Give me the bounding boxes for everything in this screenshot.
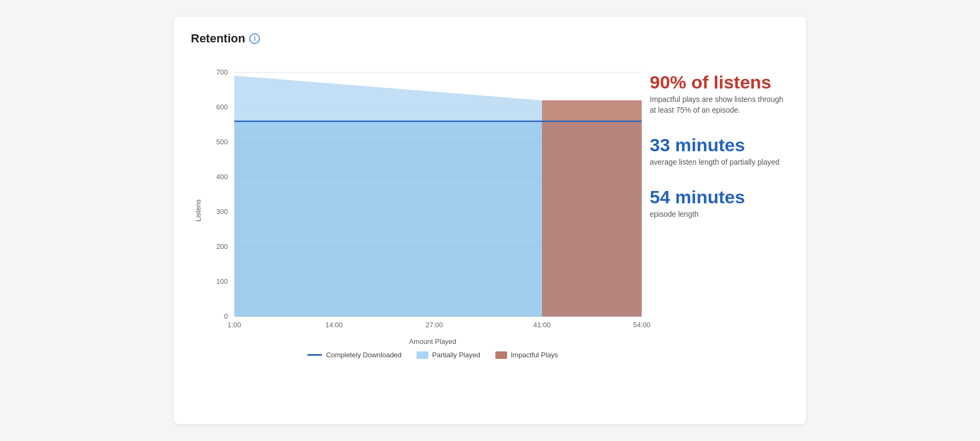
- svg-text:200: 200: [216, 242, 228, 251]
- chart-wrapper: Listens 700 600: [191, 56, 628, 359]
- svg-text:400: 400: [216, 173, 228, 181]
- episode-length-desc: episode length: [650, 209, 789, 220]
- svg-text:600: 600: [216, 103, 228, 111]
- svg-text:700: 700: [216, 68, 228, 76]
- retention-card: Retention i Listens 700: [174, 17, 806, 424]
- svg-text:41:00: 41:00: [533, 321, 551, 329]
- page-title: Retention: [191, 32, 245, 46]
- card-header: Retention i: [191, 32, 789, 46]
- x-axis-label: Amount Played: [202, 337, 663, 346]
- stat-impactful-pct: 90% of listens Impactful plays are show …: [650, 72, 789, 116]
- partially-played-area: [234, 76, 542, 121]
- chart-svg: 700 600 500 400: [202, 56, 663, 335]
- impactful-pct-value: 90% of listens: [650, 72, 789, 92]
- info-icon[interactable]: i: [249, 33, 260, 44]
- partially-played-swatch: [417, 351, 428, 359]
- chart-svg-container: 700 600 500 400: [202, 56, 663, 335]
- chart-legend: Completely Downloaded Partially Played I…: [202, 351, 663, 359]
- svg-text:54:00: 54:00: [633, 321, 651, 329]
- svg-text:0: 0: [224, 312, 228, 320]
- svg-text:500: 500: [216, 138, 228, 146]
- stat-episode-length: 54 minutes episode length: [650, 187, 789, 220]
- svg-text:100: 100: [216, 277, 228, 285]
- y-axis-label: Listens: [191, 62, 202, 359]
- avg-listen-value: 33 minutes: [650, 135, 789, 155]
- impactful-pct-desc: Impactful plays are show listens through…: [650, 94, 789, 115]
- legend-item-partially-played: Partially Played: [417, 351, 480, 359]
- avg-listen-desc: average listen length of partially playe…: [650, 157, 789, 168]
- chart-inner: 700 600 500 400: [202, 56, 663, 359]
- x-axis: 1:00 14:00 27:00 41:00 54:00: [227, 321, 650, 329]
- legend-label-completely-downloaded: Completely Downloaded: [326, 351, 402, 359]
- svg-text:27:00: 27:00: [426, 321, 443, 329]
- legend-item-completely-downloaded: Completely Downloaded: [307, 351, 402, 359]
- svg-text:300: 300: [216, 208, 228, 216]
- episode-length-value: 54 minutes: [650, 187, 789, 207]
- completely-downloaded-swatch: [307, 354, 322, 356]
- stats-panel: 90% of listens Impactful plays are show …: [650, 56, 789, 359]
- svg-text:14:00: 14:00: [325, 321, 343, 329]
- legend-label-impactful-plays: Impactful Plays: [511, 351, 558, 359]
- impactful-plays-swatch: [495, 351, 507, 359]
- impactful-plays-area: [542, 100, 642, 317]
- chart-area: Listens 700 600: [191, 56, 628, 359]
- content-area: Listens 700 600: [191, 56, 789, 359]
- legend-item-impactful-plays: Impactful Plays: [495, 351, 558, 359]
- legend-label-partially-played: Partially Played: [432, 351, 480, 359]
- stat-avg-listen: 33 minutes average listen length of part…: [650, 135, 789, 168]
- svg-text:1:00: 1:00: [227, 321, 241, 329]
